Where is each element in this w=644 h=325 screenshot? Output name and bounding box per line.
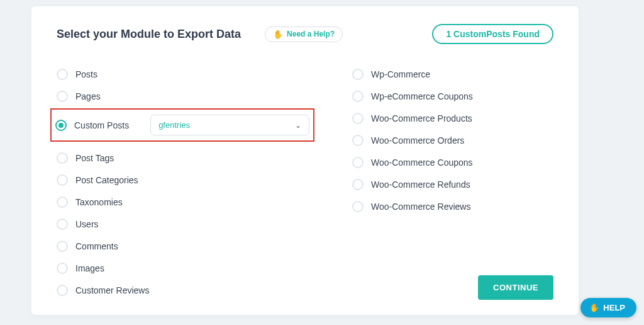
module-option-woo-commerce-reviews[interactable]: Woo-Commerce Reviews: [352, 195, 553, 217]
radio-icon: [352, 135, 364, 146]
module-option-label: Images: [75, 263, 104, 273]
radio-icon: [57, 69, 68, 80]
module-option-label: Wp-Commerce: [371, 69, 430, 79]
left-column: PostsPagesCustom Postsgfentries⌄Post Tag…: [57, 63, 314, 301]
module-option-label: Posts: [75, 69, 97, 79]
module-option-users[interactable]: Users: [57, 213, 314, 235]
radio-icon: [55, 120, 67, 131]
module-option-label: Custom Posts: [74, 120, 129, 130]
radio-icon: [352, 179, 364, 190]
module-option-pages[interactable]: Pages: [57, 85, 314, 107]
module-option-label: Pages: [75, 91, 101, 101]
module-option-label: Customer Reviews: [75, 285, 149, 295]
module-option-images[interactable]: Images: [57, 257, 314, 279]
radio-icon: [352, 113, 364, 124]
module-option-posts[interactable]: Posts: [57, 63, 314, 85]
module-option-wp-commerce[interactable]: Wp-Commerce: [352, 63, 553, 85]
chevron-down-icon: ⌄: [295, 121, 301, 130]
right-column: Wp-CommerceWp-eCommerce CouponsWoo-Comme…: [352, 63, 553, 301]
module-option-customer-reviews[interactable]: Customer Reviews: [57, 279, 314, 301]
found-count-badge: 1 CustomPosts Found: [432, 24, 553, 44]
module-option-label: Woo-Commerce Products: [371, 113, 472, 123]
radio-icon: [57, 285, 68, 296]
help-fab-button[interactable]: ✋ HELP: [580, 298, 636, 317]
module-option-label: Woo-Commerce Refunds: [371, 180, 470, 190]
module-option-label: Wp-eCommerce Coupons: [371, 91, 473, 101]
dropdown-value: gfentries: [158, 120, 190, 130]
radio-icon: [352, 69, 364, 80]
module-option-label: Taxonomies: [75, 197, 123, 207]
radio-icon: [57, 263, 68, 274]
module-option-post-tags[interactable]: Post Tags: [57, 147, 314, 169]
module-option-woo-commerce-coupons[interactable]: Woo-Commerce Coupons: [352, 151, 553, 173]
module-option-label: Post Categories: [75, 175, 138, 185]
module-option-post-categories[interactable]: Post Categories: [57, 169, 314, 191]
custom-posts-dropdown[interactable]: gfentries⌄: [150, 115, 309, 135]
radio-icon: [57, 152, 68, 164]
page-title: Select your Module to Export Data: [57, 28, 241, 41]
module-columns: PostsPagesCustom Postsgfentries⌄Post Tag…: [57, 63, 553, 301]
need-help-button[interactable]: ✋ Need a Help?: [265, 26, 343, 42]
card-header: Select your Module to Export Data ✋ Need…: [57, 24, 553, 44]
module-option-label: Users: [75, 219, 99, 229]
module-option-label: Post Tags: [75, 153, 114, 163]
module-option-comments[interactable]: Comments: [57, 235, 314, 257]
radio-icon: [57, 219, 68, 230]
module-option-custom-posts[interactable]: Custom Posts: [55, 120, 129, 131]
hand-icon: ✋: [273, 30, 283, 39]
export-card: Select your Module to Export Data ✋ Need…: [31, 6, 579, 315]
continue-button[interactable]: CONTINUE: [478, 275, 553, 300]
hand-icon: ✋: [589, 303, 599, 312]
help-fab-label: HELP: [603, 303, 625, 312]
module-option-woo-commerce-refunds[interactable]: Woo-Commerce Refunds: [352, 173, 553, 195]
radio-icon: [352, 91, 364, 102]
module-option-wp-ecommerce-coupons[interactable]: Wp-eCommerce Coupons: [352, 85, 553, 107]
module-option-label: Comments: [75, 241, 118, 251]
radio-icon: [57, 174, 68, 186]
radio-icon: [57, 197, 68, 208]
radio-icon: [352, 201, 364, 212]
need-help-label: Need a Help?: [287, 30, 335, 38]
module-option-label: Woo-Commerce Coupons: [371, 157, 473, 168]
module-option-label: Woo-Commerce Reviews: [371, 202, 470, 212]
highlighted-module-custom-posts: Custom Postsgfentries⌄: [50, 108, 314, 142]
module-option-label: Woo-Commerce Orders: [371, 135, 464, 145]
module-option-woo-commerce-products[interactable]: Woo-Commerce Products: [352, 107, 553, 129]
module-option-woo-commerce-orders[interactable]: Woo-Commerce Orders: [352, 129, 553, 151]
radio-icon: [57, 91, 68, 102]
module-option-taxonomies[interactable]: Taxonomies: [57, 191, 314, 213]
radio-icon: [57, 241, 68, 252]
radio-icon: [352, 157, 364, 168]
